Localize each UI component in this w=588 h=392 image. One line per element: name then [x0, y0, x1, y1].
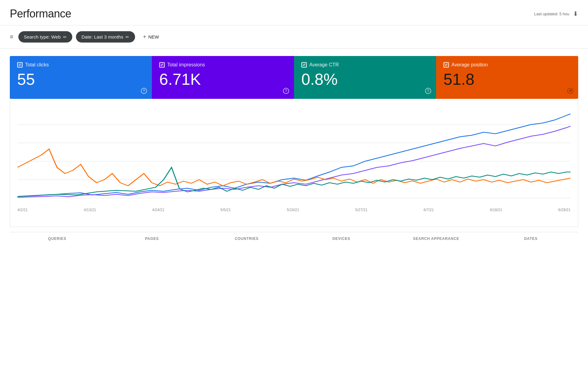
- x-label-7: 6/18/21: [490, 208, 502, 212]
- date-label: Date: Last 3 months: [81, 34, 123, 39]
- x-label-0: 4/2/21: [17, 208, 28, 212]
- toolbar: ≡ Search type: Web ✏ Date: Last 3 months…: [0, 25, 588, 49]
- clicks-label: Total clicks: [25, 62, 49, 68]
- clicks-value: 55: [17, 71, 145, 87]
- position-value: 51.8: [443, 71, 571, 87]
- tab-devices[interactable]: DEVICES: [294, 232, 389, 246]
- impressions-header: Total impressions: [159, 62, 287, 68]
- x-label-5: 5/27/21: [355, 208, 368, 212]
- x-axis-labels: 4/2/21 4/13/21 4/24/21 5/5/21 5/16/21 5/…: [17, 205, 571, 212]
- edit-search-type-icon: ✏: [63, 35, 67, 39]
- x-label-6: 6/7/21: [424, 208, 434, 212]
- last-updated: Last updated: 5 hou: [534, 12, 569, 16]
- impressions-label: Total impressions: [167, 62, 205, 68]
- edit-date-icon: ✏: [126, 35, 129, 39]
- metric-card-position[interactable]: Average position 51.8 ↺: [436, 56, 578, 99]
- date-filter[interactable]: Date: Last 3 months ✏: [76, 31, 135, 43]
- search-type-label: Search type: Web: [24, 34, 61, 39]
- position-label: Average position: [451, 62, 488, 68]
- ctr-line: [17, 149, 571, 186]
- new-label: NEW: [148, 34, 159, 39]
- impressions-checkbox[interactable]: [159, 62, 165, 68]
- position-info-icon[interactable]: ↺: [567, 88, 573, 94]
- header: Performance Last updated: 5 hou ⬇: [0, 0, 588, 25]
- x-label-2: 4/24/21: [152, 208, 164, 212]
- impressions-value: 6.71K: [159, 71, 287, 87]
- performance-chart: [17, 106, 571, 204]
- ctr-info-icon[interactable]: ?: [425, 88, 431, 94]
- tab-search-appearance[interactable]: SEARCH APPEARANCE: [389, 232, 483, 246]
- header-right: Last updated: 5 hou ⬇: [534, 10, 578, 17]
- clicks-line: [17, 114, 571, 196]
- main-content: Total clicks 55 ? Total impressions 6.71…: [0, 49, 588, 253]
- ctr-header: Average CTR: [301, 62, 429, 68]
- new-filter-button[interactable]: + NEW: [139, 30, 164, 43]
- page-wrapper: Performance Last updated: 5 hou ⬇ ≡ Sear…: [0, 0, 588, 392]
- avg-ctr-line: [17, 167, 571, 196]
- filter-icon[interactable]: ≡: [10, 33, 13, 40]
- x-label-4: 5/16/21: [287, 208, 299, 212]
- download-icon[interactable]: ⬇: [573, 10, 578, 17]
- clicks-info-icon[interactable]: ?: [141, 88, 147, 94]
- page-title: Performance: [10, 7, 71, 20]
- metric-card-ctr[interactable]: Average CTR 0.8% ?: [294, 56, 436, 99]
- clicks-checkbox[interactable]: [17, 62, 23, 68]
- chart-container: 4/2/21 4/13/21 4/24/21 5/5/21 5/16/21 5/…: [10, 99, 578, 227]
- bottom-tabs: QUERIES PAGES COUNTRIES DEVICES SEARCH A…: [10, 232, 578, 246]
- x-label-3: 5/5/21: [221, 208, 231, 212]
- position-header: Average position: [443, 62, 571, 68]
- tab-dates[interactable]: DATES: [484, 232, 578, 246]
- x-label-1: 4/13/21: [84, 208, 96, 212]
- plus-icon: +: [143, 33, 147, 40]
- search-type-filter[interactable]: Search type: Web ✏: [18, 31, 73, 43]
- position-checkbox[interactable]: [443, 62, 449, 68]
- tab-queries[interactable]: QUERIES: [10, 232, 104, 246]
- ctr-checkbox[interactable]: [301, 62, 307, 68]
- impressions-info-icon[interactable]: ?: [283, 88, 289, 94]
- metric-card-clicks[interactable]: Total clicks 55 ?: [10, 56, 152, 99]
- tab-pages[interactable]: PAGES: [104, 232, 199, 246]
- tab-countries[interactable]: COUNTRIES: [199, 232, 294, 246]
- ctr-label: Average CTR: [309, 62, 339, 68]
- metric-cards: Total clicks 55 ? Total impressions 6.71…: [10, 56, 578, 99]
- metric-card-impressions[interactable]: Total impressions 6.71K ?: [152, 56, 294, 99]
- clicks-header: Total clicks: [17, 62, 145, 68]
- impressions-line: [17, 126, 571, 197]
- ctr-value: 0.8%: [301, 71, 429, 87]
- x-label-8: 6/29/21: [558, 208, 571, 212]
